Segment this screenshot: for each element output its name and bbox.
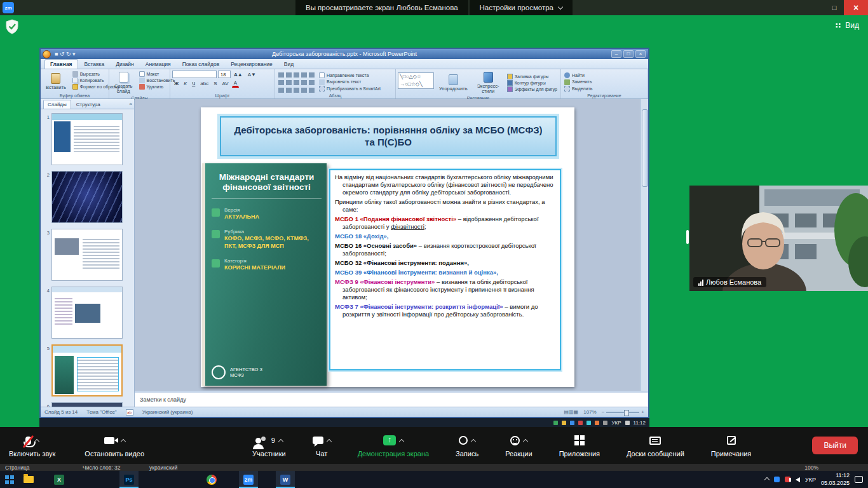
strikethrough-button[interactable]: abc <box>198 80 210 87</box>
tray-icon[interactable] <box>595 421 599 425</box>
shape-fill-button[interactable]: Заливка фигуры <box>506 74 559 79</box>
slide-5-thumbnail[interactable] <box>51 344 123 396</box>
whiteboards-button[interactable]: Доски сообщений <box>620 431 691 460</box>
replace-button[interactable]: Заменить <box>563 79 593 85</box>
panel-close-icon[interactable] <box>129 101 132 107</box>
chevron-up-icon[interactable] <box>399 438 404 444</box>
chevron-up-icon[interactable] <box>471 438 476 444</box>
text-direction-button[interactable]: Направление текста <box>318 72 382 78</box>
thumbnail-row-5-selected[interactable]: 5 <box>42 344 132 396</box>
slide-3-thumbnail[interactable] <box>51 229 123 281</box>
paragraph-icons[interactable] <box>277 71 316 93</box>
record-button[interactable]: Запись <box>449 431 485 460</box>
select-button[interactable]: Выделить <box>563 86 593 92</box>
leave-meeting-button[interactable]: Выйти <box>812 437 858 454</box>
zoom-app-button[interactable]: zm <box>239 471 258 488</box>
thumbnail-row-2[interactable]: 2 <box>42 171 132 223</box>
align-buttons-row[interactable] <box>278 80 284 85</box>
slide-4-thumbnail[interactable] <box>51 287 123 339</box>
arrange-button[interactable]: Упорядочить <box>436 71 471 96</box>
restore-window-button[interactable] <box>825 0 844 15</box>
quick-styles-button[interactable]: Экспресс-стили <box>473 71 504 96</box>
stop-video-button[interactable]: Остановить видео <box>78 431 151 460</box>
share-screen-button[interactable]: Демонстрация экрана <box>351 431 435 460</box>
font-color-button[interactable]: A <box>232 79 239 88</box>
paste-button[interactable]: Вставить <box>43 71 69 93</box>
tab-design[interactable]: Дизайн <box>111 60 139 69</box>
font-name-combo[interactable] <box>172 71 217 78</box>
volume-icon[interactable] <box>796 477 800 482</box>
slide-canvas[interactable]: Дебіторська заборгованість: порівняння о… <box>135 99 648 391</box>
thumbnail-row-6[interactable]: 6 <box>42 402 132 407</box>
list-buttons-row[interactable] <box>278 72 284 78</box>
zoom-slider-track[interactable] <box>606 412 639 413</box>
chevron-up-icon[interactable] <box>120 438 125 444</box>
powerpoint-titlebar[interactable]: ■ ↺ ↻ ▾ Дебіторська заборгованість.pptx … <box>41 49 648 59</box>
slide-2-thumbnail[interactable] <box>51 171 123 223</box>
shapes-gallery[interactable] <box>398 72 434 89</box>
thumbnail-row-3[interactable]: 3 <box>42 229 132 281</box>
close-window-button[interactable] <box>844 0 868 15</box>
taskbar-clock[interactable]: 11:12 05.03.2025 <box>821 472 850 487</box>
zoom-level[interactable]: 107% <box>583 409 596 415</box>
tab-review[interactable]: Рецензирование <box>226 60 278 69</box>
participants-button[interactable]: 9 Участники <box>246 431 292 460</box>
panel-resize-handle[interactable] <box>686 230 689 244</box>
speaker-icon[interactable] <box>625 421 630 425</box>
smartart-button[interactable]: Преобразовать в SmartArt <box>318 86 382 92</box>
language-switcher[interactable]: УКР <box>805 477 816 483</box>
tray-icon[interactable] <box>553 421 558 425</box>
hidden-icons-chevron[interactable] <box>764 477 770 482</box>
notes-button[interactable]: Примечания <box>705 431 758 460</box>
spellcheck-icon[interactable] <box>126 409 133 416</box>
tab-outline[interactable]: Структура <box>72 100 104 109</box>
italic-button[interactable]: К <box>182 80 189 87</box>
grow-font-button[interactable]: A▲ <box>232 71 245 78</box>
zoom-logo[interactable]: zm <box>3 2 14 13</box>
zoom-slider[interactable] <box>602 409 644 415</box>
webcam-tile[interactable]: Любов Есманова <box>689 186 868 291</box>
align-text-button[interactable]: Выровнять текст <box>318 79 382 85</box>
tab-animation[interactable]: Анимация <box>140 60 176 69</box>
tray-icon[interactable] <box>562 421 566 425</box>
chevron-up-icon[interactable] <box>523 438 528 444</box>
bold-button[interactable]: Ж <box>172 80 180 87</box>
tab-insert[interactable]: Вставка <box>79 60 110 69</box>
tab-home[interactable]: Главная <box>44 59 78 69</box>
vertical-scrollbar[interactable] <box>640 99 648 391</box>
photoshop-button[interactable]: Ps <box>119 471 139 488</box>
underline-button[interactable]: Ч <box>190 80 197 87</box>
tray-icon[interactable] <box>603 421 607 425</box>
shadow-button[interactable]: S <box>212 80 219 87</box>
slide-text-box[interactable]: На відміну від національних стандартів б… <box>329 169 561 370</box>
shape-outline-button[interactable]: Контур фигуры <box>506 80 559 86</box>
chevron-up-icon[interactable] <box>326 438 331 444</box>
security-shield-icon[interactable] <box>5 19 19 34</box>
word-button[interactable]: W <box>276 471 295 488</box>
notes-pane[interactable]: Заметки к слайду <box>135 391 648 407</box>
tab-slideshow[interactable]: Показ слайдов <box>177 60 225 69</box>
thumbnail-row-4[interactable]: 4 <box>42 287 132 339</box>
file-explorer-button[interactable] <box>19 471 38 488</box>
tray-icon[interactable] <box>570 421 574 425</box>
tray-icon[interactable] <box>587 421 591 425</box>
minimize-button[interactable] <box>611 50 621 58</box>
start-button[interactable] <box>0 471 19 488</box>
new-slide-button[interactable]: Создать слайд <box>111 71 136 96</box>
spacing-button[interactable]: AV <box>220 80 231 87</box>
slide-6-thumbnail[interactable] <box>51 402 123 407</box>
font-size-combo[interactable]: 18 <box>218 71 231 78</box>
shape-effects-button[interactable]: Эффекты для фигур <box>506 86 559 92</box>
apps-button[interactable]: Приложения <box>553 431 606 460</box>
slide-1-thumbnail[interactable] <box>51 113 123 165</box>
view-shortcuts-icons[interactable] <box>564 409 579 415</box>
reactions-button[interactable]: Реакции <box>499 431 539 460</box>
tab-slides[interactable]: Слайды <box>43 100 71 109</box>
current-slide[interactable]: Дебіторська заборгованість: порівняння о… <box>201 107 574 387</box>
maximize-button[interactable] <box>623 50 634 58</box>
tab-view[interactable]: Вид <box>279 60 299 69</box>
language-indicator[interactable]: Украинский (украина) <box>142 409 193 415</box>
find-button[interactable]: Найти <box>563 72 593 78</box>
tray-icon[interactable] <box>578 421 583 425</box>
indent-buttons-row[interactable] <box>278 88 284 93</box>
